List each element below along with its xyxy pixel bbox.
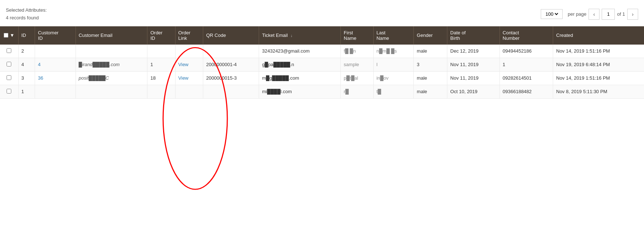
cell-order-id (147, 85, 175, 98)
page-number-input[interactable] (602, 9, 615, 20)
cell-date-of-birth: Oct 10, 2019 (447, 85, 500, 98)
header-customer-email: Customer Email (76, 26, 147, 45)
per-page-dropdown[interactable]: 100 50 25 (544, 11, 559, 17)
header-customer-id: CustomerID (35, 26, 76, 45)
row-checkbox-cell (0, 71, 18, 85)
cell-last-name: l (373, 58, 414, 71)
cell-gender: 3 (414, 58, 447, 71)
prev-page-button[interactable]: ‹ (589, 9, 599, 20)
table-row: 44█irand█████.com1View2000000001-4g█pa██… (0, 58, 644, 71)
cell-first-name: p█t█al (341, 71, 374, 85)
records-info: Selected Attributes: 4 records found (6, 7, 47, 22)
cell-order-id: 18 (147, 71, 175, 85)
row-checkbox-cell (0, 85, 18, 98)
cell-customer-email: posit█████C (76, 71, 147, 85)
per-page-label: per page (568, 11, 586, 17)
cell-contact-number: 1 (500, 58, 553, 71)
of-label: of 1 (617, 11, 625, 17)
row-checkbox[interactable] (7, 62, 11, 66)
row-checkbox[interactable] (7, 89, 11, 94)
cell-qr-code (203, 85, 259, 98)
cell-id: 1 (18, 85, 35, 98)
header-id: ID (18, 26, 35, 45)
cell-date-of-birth: Nov 11, 2019 (447, 71, 500, 85)
cell-customer-id[interactable]: 36 (35, 71, 76, 85)
header-last-name: LastName (373, 26, 414, 45)
cell-order-link (175, 85, 203, 98)
selected-label: Selected Attributes: (6, 7, 47, 14)
header-date-of-birth: Date ofBirth (447, 26, 500, 45)
header-checkbox[interactable]: ▼ (0, 26, 18, 45)
row-checkbox[interactable] (7, 75, 11, 80)
records-count: 4 records found (6, 14, 47, 22)
table-row: 336posit█████C18View2000000015-3m█g█████… (0, 71, 644, 85)
cell-id: 4 (18, 58, 35, 71)
cell-ticket-email: g█pa█████.n (259, 58, 341, 71)
cell-contact-number: 09494452186 (500, 45, 553, 58)
cell-customer-email (76, 85, 147, 98)
row-checkbox[interactable] (7, 48, 11, 53)
table-container: ▼ ID CustomerID Customer Email OrderID O… (0, 26, 644, 99)
data-table-wrapper: ▼ ID CustomerID Customer Email OrderID O… (0, 26, 644, 99)
header-contact-number: ContactNumber (500, 26, 553, 45)
cell-contact-number: 09366188482 (500, 85, 553, 98)
header-created: Created (553, 26, 644, 45)
cell-ticket-email: m█g█████.com (259, 71, 341, 85)
pagination-controls: 100 50 25 per page ‹ of 1 › (541, 9, 638, 20)
cell-order-link[interactable]: View (175, 71, 203, 85)
cell-last-name: in█ov (373, 71, 414, 85)
cell-created: Nov 8, 2019 5:11:30 PM (553, 85, 644, 98)
cell-customer-email: █irand█████.com (76, 58, 147, 71)
header-qr-code: QR Code (203, 26, 259, 45)
cell-date-of-birth: Dec 12, 2019 (447, 45, 500, 58)
cell-last-name: n█m█ █s (373, 45, 414, 58)
cell-first-name: r█ (341, 85, 374, 98)
cell-ticket-email: 32432423@gmail.com (259, 45, 341, 58)
cell-id: 3 (18, 71, 35, 85)
cell-order-id (147, 45, 175, 58)
table-body: 232432423@gmail.comf█ █nn█m█ █smaleDec 1… (0, 45, 644, 99)
chevron-down-icon[interactable]: ▼ (10, 33, 15, 38)
cell-customer-id (35, 45, 76, 58)
cell-first-name: sample (341, 58, 374, 71)
row-checkbox-cell (0, 45, 18, 58)
cell-created: Nov 14, 2019 1:51:16 PM (553, 45, 644, 58)
header-first-name: FirstName (341, 26, 374, 45)
header-order-link: OrderLink (175, 26, 203, 45)
cell-qr-code (203, 45, 259, 58)
data-table: ▼ ID CustomerID Customer Email OrderID O… (0, 26, 644, 99)
per-page-selector[interactable]: 100 50 25 (541, 9, 563, 19)
cell-created: Nov 14, 2019 1:51:16 PM (553, 71, 644, 85)
cell-qr-code: 2000000001-4 (203, 58, 259, 71)
cell-contact-number: 09282614501 (500, 71, 553, 85)
cell-order-id: 1 (147, 58, 175, 71)
cell-created: Nov 19, 2019 6:48:14 PM (553, 58, 644, 71)
table-row: 232432423@gmail.comf█ █nn█m█ █smaleDec 1… (0, 45, 644, 58)
cell-first-name: f█ █n (341, 45, 374, 58)
cell-order-link (175, 45, 203, 58)
cell-customer-email (76, 45, 147, 58)
cell-customer-id[interactable]: 4 (35, 58, 76, 71)
table-header-row: ▼ ID CustomerID Customer Email OrderID O… (0, 26, 644, 45)
sort-arrow-ticket-email: ↓ (290, 33, 293, 38)
select-all-checkbox[interactable] (4, 33, 8, 38)
cell-date-of-birth: Nov 11, 2019 (447, 58, 500, 71)
header-ticket-email[interactable]: Ticket Email ↓ (259, 26, 341, 45)
header-order-id: OrderID (147, 26, 175, 45)
cell-order-link[interactable]: View (175, 58, 203, 71)
cell-gender: male (414, 45, 447, 58)
cell-gender: male (414, 71, 447, 85)
next-page-button[interactable]: › (627, 9, 638, 20)
cell-qr-code: 2000000015-3 (203, 71, 259, 85)
cell-id: 2 (18, 45, 35, 58)
header-gender: Gender (414, 26, 447, 45)
cell-customer-id (35, 85, 76, 98)
cell-last-name: t█ (373, 85, 414, 98)
cell-gender: male (414, 85, 447, 98)
table-row: 1mi████l.comr█t█maleOct 10, 201909366188… (0, 85, 644, 98)
row-checkbox-cell (0, 58, 18, 71)
cell-ticket-email: mi████l.com (259, 85, 341, 98)
